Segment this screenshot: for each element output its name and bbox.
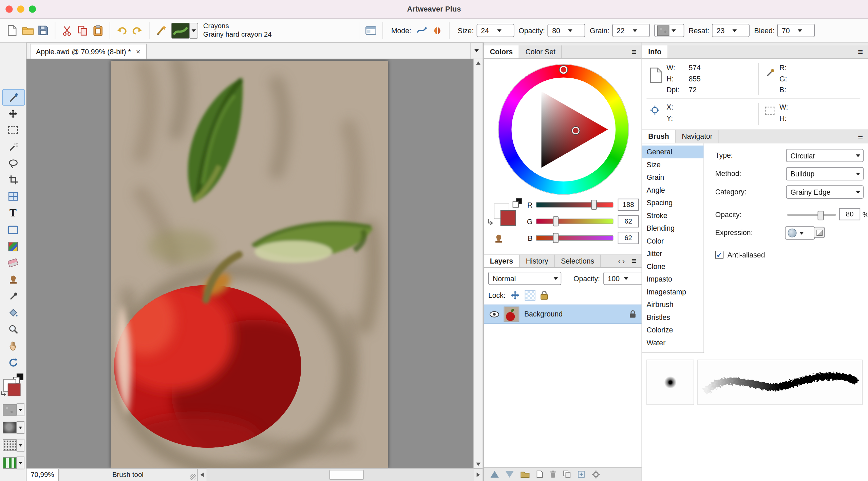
colors-panel-menu-icon[interactable]: ≡ — [626, 45, 642, 58]
brush-dialog-button[interactable] — [363, 23, 379, 38]
brush-method-combo[interactable]: Buildup — [786, 167, 864, 180]
brush-cat-colorize[interactable]: Colorize — [642, 324, 703, 336]
size-combo[interactable]: 24 — [476, 24, 514, 37]
crop-tool[interactable] — [2, 172, 24, 188]
horizontal-scroll-thumb[interactable] — [329, 470, 364, 480]
flow-map-selector-chevron[interactable] — [17, 421, 24, 434]
brush-cat-stroke[interactable]: Stroke — [642, 209, 703, 222]
expression-settings-button[interactable] — [814, 227, 825, 238]
blue-slider[interactable] — [536, 235, 613, 240]
brush-cat-imagestamp[interactable]: Imagestamp — [642, 286, 703, 299]
tab-info[interactable]: Info — [642, 45, 668, 58]
lasso-tool[interactable] — [2, 155, 24, 171]
default-colors-icon[interactable] — [513, 198, 522, 207]
brush-cat-general[interactable]: General — [642, 146, 703, 158]
brush-cat-water[interactable]: Water — [642, 336, 703, 349]
scroll-up-button[interactable] — [474, 59, 483, 68]
red-slider-thumb[interactable] — [591, 200, 597, 210]
brush-cat-size[interactable]: Size — [642, 158, 703, 171]
cut-button[interactable] — [59, 23, 75, 38]
duplicate-layer-icon[interactable] — [563, 470, 571, 478]
brush-preset-dropdown[interactable] — [190, 22, 198, 38]
symmetry-mode-button[interactable] — [430, 23, 445, 38]
layer-opacity-combo[interactable]: 100 — [603, 272, 643, 285]
blend-mode-combo[interactable]: Normal — [488, 272, 561, 285]
brush-cat-angle[interactable]: Angle — [642, 184, 703, 197]
merge-layers-icon[interactable] — [578, 470, 585, 478]
delete-layer-trash-icon[interactable] — [550, 470, 556, 478]
scroll-right-button[interactable] — [474, 469, 483, 481]
brush-opacity-value-box[interactable]: 80 — [839, 208, 860, 220]
pattern-selector[interactable] — [3, 439, 24, 452]
tab-navigator[interactable]: Navigator — [676, 130, 719, 143]
gradient-selector[interactable] — [3, 457, 24, 469]
stamp-icon[interactable] — [494, 233, 504, 243]
brush-tool-toolbar-button[interactable] — [153, 23, 169, 38]
text-tool[interactable]: T — [2, 205, 24, 221]
save-button[interactable] — [35, 23, 51, 38]
brush-opacity-thumb[interactable] — [817, 211, 824, 220]
bleed-combo[interactable]: 70 — [777, 24, 815, 37]
fill-tool[interactable] — [2, 305, 24, 321]
eraser-tool[interactable] — [2, 255, 24, 271]
brush-cat-jitter[interactable]: Jitter — [642, 247, 703, 260]
resat-combo[interactable]: 23 — [712, 24, 750, 37]
new-layer-icon[interactable] — [536, 470, 543, 478]
shape-tool[interactable] — [2, 222, 24, 237]
layer-row-background[interactable]: Background — [484, 304, 642, 324]
new-document-button[interactable] — [4, 23, 20, 38]
green-slider-thumb[interactable] — [553, 216, 559, 226]
eyedropper-tool[interactable] — [2, 288, 24, 304]
brush-panel-menu-icon[interactable]: ≡ — [853, 130, 868, 143]
gradient-selector-chevron[interactable] — [17, 457, 24, 469]
brush-cat-impasto[interactable]: Impasto — [642, 273, 703, 286]
red-value-box[interactable]: 188 — [618, 199, 639, 211]
red-slider[interactable] — [536, 202, 613, 207]
saturation-triangle[interactable] — [511, 77, 616, 181]
green-slider[interactable] — [536, 218, 613, 224]
zoom-level-box[interactable]: 70,99% — [26, 469, 59, 481]
tab-list-dropdown[interactable] — [470, 43, 483, 59]
brush-cat-grain[interactable]: Grain — [642, 171, 703, 184]
hue-marker[interactable] — [560, 66, 567, 74]
zoom-tool[interactable] — [2, 322, 24, 337]
close-tab-icon[interactable]: × — [136, 47, 140, 56]
expression-combo[interactable] — [785, 226, 815, 239]
scroll-left-button[interactable] — [197, 469, 206, 481]
pattern-selector-chevron[interactable] — [17, 439, 24, 452]
opacity-combo[interactable]: 80 — [548, 24, 585, 37]
open-file-button[interactable] — [20, 23, 36, 38]
tab-scroll-left-icon[interactable]: ‹ — [618, 256, 621, 265]
close-window-button[interactable] — [5, 5, 13, 13]
tab-brush[interactable]: Brush — [642, 130, 676, 143]
new-group-folder-icon[interactable] — [520, 470, 530, 478]
paper-texture-combo[interactable] — [654, 24, 684, 37]
swap-colors-icon[interactable] — [1, 390, 7, 397]
maximize-window-button[interactable] — [29, 5, 36, 13]
lock-transparency-icon[interactable] — [525, 290, 535, 300]
rotate-view-tool[interactable] — [2, 355, 24, 370]
brush-preset-picker[interactable]: Crayons Grainy hard crayon 24 — [171, 22, 271, 39]
lock-all-icon[interactable] — [540, 290, 548, 300]
move-layer-up-icon[interactable] — [490, 471, 498, 478]
foreground-color-swatch[interactable] — [501, 210, 516, 226]
tab-layers[interactable]: Layers — [484, 254, 520, 267]
rect-select-tool[interactable] — [2, 122, 24, 138]
brush-cat-clone[interactable]: Clone — [642, 260, 703, 273]
canvas-viewport[interactable] — [26, 59, 474, 469]
canvas-artwork[interactable] — [111, 61, 388, 468]
green-value-box[interactable]: 62 — [618, 215, 639, 228]
paste-button[interactable] — [90, 23, 106, 38]
brush-category-combo[interactable]: Grainy Edge — [786, 186, 864, 199]
minimize-window-button[interactable] — [17, 5, 24, 13]
redo-button[interactable] — [130, 23, 145, 38]
grid-slice-tool[interactable] — [2, 189, 24, 204]
brush-tool[interactable] — [2, 89, 25, 106]
brush-cat-blending[interactable]: Blending — [642, 222, 703, 235]
layers-panel-menu-icon[interactable]: ≡ — [626, 254, 642, 267]
brush-cat-color[interactable]: Color — [642, 235, 703, 248]
swap-colors-icon[interactable] — [487, 218, 494, 225]
lock-position-icon[interactable] — [510, 290, 520, 300]
move-tool[interactable] — [2, 106, 24, 121]
grain-combo[interactable]: 22 — [612, 24, 650, 37]
